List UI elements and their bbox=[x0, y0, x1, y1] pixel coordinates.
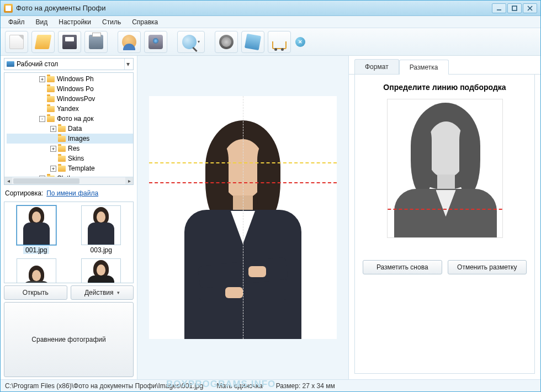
compare-button[interactable]: Сравнение фотографий bbox=[4, 302, 134, 377]
menu-help[interactable]: Справка bbox=[128, 17, 162, 27]
tool-close-icon[interactable] bbox=[295, 37, 305, 47]
tool-camera[interactable] bbox=[144, 31, 167, 53]
tab-strip: Формат Разметка bbox=[349, 56, 540, 75]
minimize-button[interactable] bbox=[492, 3, 506, 13]
tree-item-label: WindowsPov bbox=[57, 94, 95, 104]
statusbar: C:\Program Files (x86)\Фото на документы… bbox=[1, 379, 540, 391]
main-photo[interactable] bbox=[149, 96, 337, 339]
tool-open[interactable] bbox=[31, 31, 55, 53]
thumbnail-panel: 001.jpg003.jpg6.jpg9.jpg bbox=[4, 202, 134, 283]
collapse-icon[interactable]: - bbox=[39, 116, 45, 122]
svg-rect-1 bbox=[512, 6, 517, 10]
expand-icon[interactable]: + bbox=[50, 146, 56, 152]
tree-hscrollbar[interactable]: ◂ ▸ bbox=[4, 177, 133, 184]
folder-icon bbox=[58, 166, 66, 172]
folder-icon bbox=[58, 146, 66, 152]
sort-row: Сортировка: По имени файла bbox=[4, 187, 134, 199]
scroll-left-icon[interactable]: ◂ bbox=[4, 177, 12, 184]
instruction-text: Определите линию подбородка bbox=[383, 82, 506, 92]
tree-item-label: Windows Ph bbox=[57, 74, 94, 84]
tool-save[interactable] bbox=[58, 31, 81, 53]
maximize-button[interactable] bbox=[507, 3, 522, 13]
location-text: Рабочий стол bbox=[17, 60, 122, 68]
tool-zoom[interactable]: ▾ bbox=[177, 31, 205, 53]
sort-link[interactable]: По имени файла bbox=[46, 189, 98, 197]
markup-again-button[interactable]: Разметить снова bbox=[363, 260, 442, 274]
location-dropdown-icon[interactable]: ▾ bbox=[124, 59, 131, 70]
drive-icon bbox=[7, 61, 14, 67]
thumbnail-image bbox=[17, 205, 56, 245]
sort-label: Сортировка: bbox=[5, 189, 43, 197]
tree-item-label: Data bbox=[68, 124, 82, 134]
center-panel bbox=[137, 56, 348, 379]
thumbnail-item[interactable]: 001.jpg bbox=[8, 205, 65, 254]
center-guideline[interactable] bbox=[243, 96, 243, 339]
menu-view[interactable]: Вид bbox=[31, 17, 52, 27]
tree-item-label: Фото на док bbox=[57, 114, 93, 124]
menu-file[interactable]: Файл bbox=[4, 17, 29, 27]
preview-image[interactable] bbox=[387, 99, 503, 238]
tree-item[interactable]: Windows Po bbox=[7, 84, 133, 94]
folder-icon bbox=[58, 156, 66, 162]
tree-item[interactable]: +Res bbox=[7, 144, 133, 153]
tree-item[interactable]: Images bbox=[7, 134, 133, 144]
tab-markup[interactable]: Разметка bbox=[399, 60, 449, 75]
watermark: BOXPROGRAMS.INFO bbox=[166, 379, 275, 390]
status-size: Размер: 27 x 34 мм bbox=[276, 382, 335, 390]
right-panel: Формат Разметка Определите линию подборо… bbox=[348, 56, 540, 379]
thumbnail-item[interactable]: 003.jpg bbox=[73, 205, 130, 254]
tree-item-label: Template bbox=[68, 163, 95, 173]
toolbar: ▾ bbox=[1, 28, 540, 56]
tree-item[interactable]: +Data bbox=[7, 124, 133, 134]
window-title: Фото на документы Профи bbox=[16, 4, 492, 12]
tree-item-label: Images bbox=[68, 134, 89, 144]
folder-icon bbox=[47, 116, 55, 122]
tree-item[interactable]: -Фото на док bbox=[7, 114, 133, 124]
app-icon bbox=[4, 4, 13, 13]
menu-settings[interactable]: Настройки bbox=[54, 17, 96, 27]
folder-icon bbox=[58, 126, 66, 132]
tree-item[interactable]: Skins bbox=[7, 153, 133, 163]
tree-item-label: Res bbox=[68, 144, 79, 153]
tool-cart[interactable] bbox=[268, 31, 291, 53]
thumbnail-item[interactable]: 6.jpg bbox=[8, 258, 65, 283]
tree-item[interactable]: WindowsPov bbox=[7, 94, 133, 104]
thumbnail-label: 003.jpg bbox=[91, 246, 112, 254]
folder-icon bbox=[47, 106, 55, 112]
expand-icon[interactable]: + bbox=[50, 166, 56, 172]
scroll-thumb[interactable] bbox=[13, 178, 79, 184]
folder-icon bbox=[47, 86, 55, 92]
location-bar[interactable]: Рабочий стол ▾ bbox=[4, 58, 134, 70]
scroll-right-icon[interactable]: ▸ bbox=[125, 177, 133, 184]
close-button[interactable] bbox=[523, 3, 537, 13]
tree-item[interactable]: Yandex bbox=[7, 104, 133, 114]
tool-film[interactable] bbox=[215, 31, 238, 53]
folder-icon bbox=[58, 136, 66, 142]
tree-item-label: Skins bbox=[68, 153, 84, 163]
left-panel: Рабочий стол ▾ +Windows PhWindows PoWind… bbox=[1, 56, 137, 379]
tab-format[interactable]: Формат bbox=[354, 59, 399, 74]
tree-item-label: Windows Po bbox=[57, 84, 94, 94]
expand-icon[interactable]: + bbox=[39, 76, 45, 82]
thumbnail-label: 001.jpg bbox=[23, 246, 49, 254]
actions-button[interactable]: Действия bbox=[71, 285, 134, 300]
thumbnail-image bbox=[81, 205, 121, 245]
menubar: Файл Вид Настройки Стиль Справка bbox=[1, 16, 540, 28]
expand-icon[interactable]: + bbox=[50, 126, 56, 132]
tab-content: Определите линию подбородка Разметить сн… bbox=[354, 75, 535, 374]
tool-person[interactable] bbox=[118, 31, 141, 53]
tree-item[interactable]: +Windows Ph bbox=[7, 74, 133, 84]
cancel-markup-button[interactable]: Отменить разметку bbox=[448, 260, 527, 274]
menu-style[interactable]: Стиль bbox=[98, 17, 125, 27]
tool-new[interactable] bbox=[5, 31, 28, 53]
thumbnail-image bbox=[17, 258, 56, 283]
folder-icon bbox=[47, 76, 55, 82]
preview-chin-guideline[interactable] bbox=[387, 209, 503, 210]
open-button[interactable]: Открыть bbox=[4, 285, 67, 300]
titlebar: Фото на документы Профи bbox=[1, 1, 540, 16]
tool-box[interactable] bbox=[241, 31, 264, 53]
tree-item[interactable]: +Template bbox=[7, 163, 133, 173]
tree-item-label: Yandex bbox=[57, 104, 79, 114]
tool-print[interactable] bbox=[84, 31, 108, 53]
thumbnail-item[interactable]: 9.jpg bbox=[73, 258, 130, 283]
